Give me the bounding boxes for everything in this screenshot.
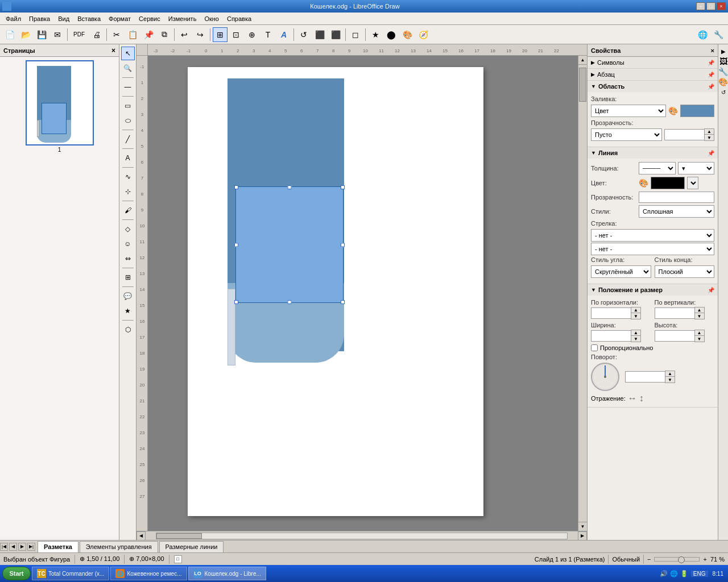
close-button[interactable]: × <box>717 2 726 10</box>
vscroll-thumb[interactable] <box>579 68 586 102</box>
hscroll-track[interactable] <box>156 533 568 539</box>
hscroll-left[interactable]: ◀ <box>136 531 146 541</box>
status-zoom-in[interactable]: + <box>703 556 706 563</box>
menu-window[interactable]: Окно <box>201 14 222 23</box>
rotation-dial[interactable] <box>591 363 619 391</box>
thickness-select[interactable]: ──── <box>639 162 676 174</box>
text-box[interactable]: T <box>260 27 275 42</box>
right-icon-5[interactable]: ↺ <box>719 88 728 97</box>
undo-button[interactable]: ↩ <box>177 27 192 42</box>
h-pos-up[interactable]: ▲ <box>631 307 640 313</box>
clone-button[interactable]: ⧉ <box>157 27 172 42</box>
taskbar-total-commander[interactable]: TC Total Commander (х... <box>32 567 109 580</box>
area-header[interactable]: ▼ Область 📌 <box>588 81 718 92</box>
v-pos-down[interactable]: ▼ <box>695 313 704 319</box>
line-transparency-input[interactable]: 0% <box>639 192 714 203</box>
height-input[interactable]: 8,00 см <box>655 330 694 342</box>
taskbar-leather[interactable]: 🌐 Кожевенное ремес... <box>110 567 187 580</box>
tab-last[interactable]: ▶| <box>27 543 35 551</box>
tray-icon-3[interactable]: 🔋 <box>680 569 689 578</box>
star-tool[interactable]: ★ <box>121 304 135 318</box>
line-color-tool[interactable]: — <box>121 80 135 94</box>
taskbar-libreoffice[interactable]: LO Кошелек.odg - Libre... <box>188 567 266 580</box>
cut-button[interactable]: ✂ <box>109 27 124 42</box>
menu-insert[interactable]: Вставка <box>74 14 104 23</box>
rotation-up[interactable]: ▲ <box>665 371 675 377</box>
tray-icon-1[interactable]: 🔊 <box>659 569 668 578</box>
line-tool[interactable]: ╱ <box>121 132 135 146</box>
snap-button[interactable]: ⊡ <box>229 27 243 42</box>
position-pin[interactable]: 📌 <box>708 287 714 293</box>
end-style-select[interactable]: Плоский <box>655 265 715 278</box>
sel-handle-tm[interactable] <box>288 185 292 189</box>
proportional-checkbox[interactable] <box>591 344 598 351</box>
copy-button[interactable]: 📋 <box>125 27 140 42</box>
sel-handle-mr[interactable] <box>341 243 345 247</box>
align-center[interactable]: ⬛ <box>328 27 343 42</box>
tab-prev[interactable]: ◀ <box>9 543 17 551</box>
menu-file[interactable]: Файл <box>2 14 24 23</box>
width-down[interactable]: ▼ <box>631 336 640 342</box>
right-icon-1[interactable]: ▶ <box>719 47 728 56</box>
thickness-unit-select[interactable]: ▾ <box>678 162 715 174</box>
new-button[interactable]: 📄 <box>2 27 17 42</box>
position-header[interactable]: ▼ Положение и размер 📌 <box>588 284 718 296</box>
tab-controls[interactable]: Элементы управления <box>80 541 158 552</box>
menu-help[interactable]: Справка <box>224 14 255 23</box>
3d-tool[interactable]: ⬡ <box>121 323 135 336</box>
line-header[interactable]: ▼ Линия 📌 <box>588 147 718 159</box>
shadow-button[interactable]: ◻ <box>348 27 363 42</box>
connector-tool[interactable]: ⊹ <box>121 185 135 198</box>
sel-handle-tr[interactable] <box>341 185 345 189</box>
text-tool[interactable]: A <box>121 151 135 165</box>
tab-first[interactable]: |◀ <box>0 543 8 551</box>
vscroll-up[interactable]: ▲ <box>578 56 588 65</box>
lang-indicator[interactable]: ENG <box>691 571 708 577</box>
fill-tool[interactable]: 🖌 <box>121 203 135 217</box>
line-color-swatch[interactable] <box>651 177 685 189</box>
curve-tool[interactable]: ∿ <box>121 170 135 184</box>
rotate-left[interactable]: ↺ <box>296 27 311 42</box>
sel-handle-bm[interactable] <box>288 300 292 304</box>
print-button[interactable]: 🖨 <box>89 27 104 42</box>
redo-button[interactable]: ↪ <box>193 27 208 42</box>
fill-color-icon[interactable]: 🎨 <box>668 106 678 115</box>
menu-format[interactable]: Формат <box>105 14 134 23</box>
vscroll-track[interactable] <box>578 65 587 522</box>
pages-panel-close[interactable]: × <box>111 47 115 55</box>
arrow-start-select[interactable]: - нет - <box>591 229 714 242</box>
tab-layout[interactable]: Разметка <box>38 541 78 552</box>
status-zoom-out[interactable]: − <box>647 556 651 563</box>
zoom-thumb[interactable] <box>678 556 685 563</box>
zoom-tool[interactable]: 🔍 <box>121 61 135 75</box>
symbol-shapes[interactable]: ★ <box>368 27 383 42</box>
width-up[interactable]: ▲ <box>631 330 640 336</box>
save-button[interactable]: 💾 <box>34 27 49 42</box>
h-pos-input[interactable]: 1,50 см <box>591 307 631 319</box>
area-pin[interactable]: 📌 <box>708 84 714 90</box>
right-icon-4[interactable]: 🎨 <box>719 77 728 86</box>
flowchart-tool[interactable]: ⊞ <box>121 271 135 284</box>
wallet-inner-rect[interactable] <box>235 186 344 303</box>
width-input[interactable]: 7,01 см <box>591 330 631 342</box>
fill-color-swatch[interactable] <box>680 105 714 117</box>
line-pin[interactable]: 📌 <box>708 150 714 156</box>
extension-btn-1[interactable]: 🌐 <box>695 27 710 42</box>
transparency-type-select[interactable]: Пусто <box>591 128 662 141</box>
paste-button[interactable]: 📌 <box>141 27 156 42</box>
menu-edit[interactable]: Правка <box>26 14 53 23</box>
sel-handle-br[interactable] <box>341 300 345 304</box>
transparency-value-input[interactable]: 0 % <box>664 129 704 140</box>
fontwork[interactable]: A <box>276 27 291 42</box>
tab-dimensions[interactable]: Размерные линии <box>159 541 224 552</box>
v-pos-up[interactable]: ▲ <box>695 307 704 313</box>
pdf-button[interactable]: PDF <box>70 27 88 42</box>
callout-tool[interactable]: 💬 <box>121 289 135 303</box>
right-icon-3[interactable]: 🔧 <box>719 67 728 76</box>
transparency-up[interactable]: ▲ <box>705 129 714 135</box>
line-color-dropdown[interactable]: ▾ <box>687 177 698 189</box>
shapes-tool[interactable]: ◇ <box>121 222 135 236</box>
gallery[interactable]: 🎨 <box>400 27 415 42</box>
line-color-icon[interactable]: 🎨 <box>639 178 648 188</box>
hscroll-right[interactable]: ▶ <box>578 531 587 541</box>
